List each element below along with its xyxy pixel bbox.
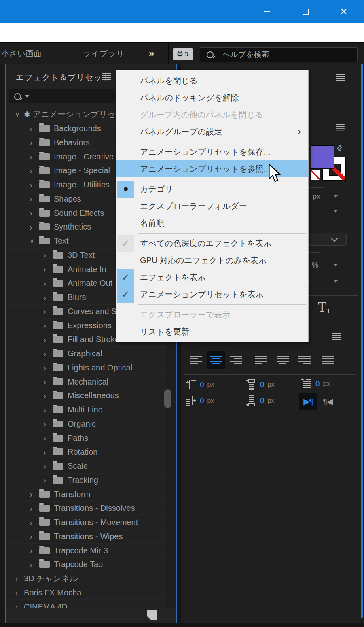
tab-small-screen[interactable]: 小さい画面 xyxy=(1,43,42,64)
context-menu-item[interactable]: アニメーションプリセットを保存... › xyxy=(116,143,308,160)
context-menu-item[interactable]: › xyxy=(116,140,308,143)
indent-right-value[interactable]: 0 xyxy=(200,396,204,405)
context-menu-item[interactable]: GPU 対応のエフェクトのみを表示 › xyxy=(116,252,308,269)
tree-row[interactable]: ✱ Multi-Line xyxy=(6,403,176,417)
tree-chevron-icon[interactable] xyxy=(43,475,52,485)
tree-chevron-icon[interactable] xyxy=(43,293,52,302)
context-menu-item[interactable]: アニメーションプリセットを表示 › xyxy=(116,286,308,303)
tree-chevron-icon[interactable] xyxy=(43,306,52,316)
context-menu-item[interactable]: パネルのドッキングを解除 › xyxy=(116,89,308,106)
subscript-button[interactable]: T1 xyxy=(318,300,330,315)
fill-color-swatch[interactable] xyxy=(311,145,334,169)
tree-chevron-icon[interactable] xyxy=(30,531,38,541)
tree-row[interactable]: ✱ Transitions - Movement xyxy=(6,516,176,530)
tree-row[interactable]: ✱ Lights and Optical xyxy=(6,361,176,375)
tree-chevron-icon[interactable] xyxy=(15,602,24,608)
tree-chevron-icon[interactable] xyxy=(30,138,38,147)
text-direction-rtl-button[interactable]: ¶◀ xyxy=(319,393,336,410)
tree-chevron-icon[interactable] xyxy=(43,419,52,429)
space-after-value[interactable]: 0 xyxy=(260,396,265,405)
align-right-button[interactable] xyxy=(226,351,245,369)
indent-left-value[interactable]: 0 xyxy=(200,380,204,389)
indent-left-field[interactable]: 0 px xyxy=(185,379,214,390)
workspace-sync-settings-button[interactable]: ⚙ ⇅ xyxy=(173,48,193,60)
text-direction-ltr-button[interactable]: ▶¶ xyxy=(299,393,317,410)
tree-row[interactable]: ✱ 3D チャンネル xyxy=(6,572,176,586)
tree-row[interactable]: ✱ Organic xyxy=(6,417,176,431)
tree-chevron-icon[interactable] xyxy=(43,391,52,401)
align-left-button[interactable] xyxy=(187,351,205,369)
tree-chevron-icon[interactable] xyxy=(30,489,38,499)
tree-scrollbar-thumb[interactable] xyxy=(164,389,171,408)
tree-row[interactable]: ✱ Miscellaneous xyxy=(6,389,176,403)
tree-row[interactable]: ✱ Transitions - Dissolves xyxy=(6,502,176,516)
tree-chevron-icon[interactable] xyxy=(30,504,38,513)
context-menu-item[interactable]: パネルグループの設定 › xyxy=(116,123,308,140)
space-after-field[interactable]: 0 px xyxy=(245,395,274,406)
tree-chevron-icon[interactable] xyxy=(30,180,38,190)
tree-chevron-icon[interactable] xyxy=(30,166,38,176)
tree-chevron-icon[interactable] xyxy=(30,518,38,527)
tab-overflow-button[interactable]: » xyxy=(149,43,154,64)
tree-row[interactable]: ✱ Mechanical xyxy=(6,375,176,389)
tree-chevron-icon[interactable] xyxy=(43,321,52,330)
tree-row[interactable]: ✱ Transitions - Wipes xyxy=(6,530,176,544)
tree-chevron-icon[interactable] xyxy=(30,208,38,218)
tree-chevron-icon[interactable] xyxy=(30,560,38,570)
tracking-dropdown-icon[interactable] xyxy=(333,264,338,266)
tree-chevron-icon[interactable] xyxy=(30,152,38,162)
justify-last-right-button[interactable] xyxy=(295,351,314,369)
tree-row[interactable]: ✱ Paths xyxy=(6,431,176,445)
context-menu-item[interactable]: すべての色深度のエフェクトを表示 › xyxy=(116,235,308,252)
context-menu-item[interactable]: リストを更新 › xyxy=(116,323,308,340)
tree-row[interactable]: ✱ Graphical xyxy=(6,347,176,361)
new-preset-icon[interactable] xyxy=(147,610,157,620)
tree-chevron-icon[interactable] xyxy=(15,111,24,118)
context-menu-item[interactable]: エフェクトを表示 › xyxy=(116,269,308,286)
leading-dropdown-icon[interactable] xyxy=(333,210,338,213)
tree-chevron-icon[interactable] xyxy=(30,194,38,204)
tree-chevron-icon[interactable] xyxy=(43,377,52,387)
context-menu-item[interactable]: 名前順 › xyxy=(116,215,308,232)
tab-library[interactable]: ライブラリ xyxy=(83,43,124,64)
tree-row[interactable]: ✱ Trapcode Mir 3 xyxy=(6,544,176,558)
tree-row[interactable]: ✱ Trapcode Tao xyxy=(6,558,176,572)
tree-chevron-icon[interactable] xyxy=(43,349,52,359)
minimize-button[interactable] xyxy=(255,0,279,23)
tree-chevron-icon[interactable] xyxy=(30,124,38,134)
default-fill-stroke-swatch[interactable] xyxy=(311,170,320,180)
justify-last-left-button[interactable] xyxy=(252,351,270,369)
context-menu-item[interactable]: › xyxy=(116,232,308,235)
align-center-button[interactable] xyxy=(207,351,225,369)
tree-row[interactable]: ✱ Rotation xyxy=(6,445,176,459)
indent-right-field[interactable]: 0 px xyxy=(185,395,214,406)
tree-chevron-icon[interactable] xyxy=(15,588,24,597)
tree-chevron-icon[interactable] xyxy=(43,405,52,415)
tree-chevron-icon[interactable] xyxy=(30,237,38,245)
tree-chevron-icon[interactable] xyxy=(43,264,52,274)
context-menu-item[interactable]: エクスプローラーで表示 › xyxy=(116,306,308,323)
tree-chevron-icon[interactable] xyxy=(43,433,52,443)
space-before-value[interactable]: 0 xyxy=(260,380,265,389)
tree-chevron-icon[interactable] xyxy=(30,222,38,232)
first-line-indent-value[interactable]: 0 xyxy=(315,379,320,388)
help-search-box[interactable]: ヘルプを検索 xyxy=(200,47,358,62)
tree-chevron-icon[interactable] xyxy=(43,335,52,344)
context-menu-item[interactable]: エクスプローラーフォルダー › xyxy=(116,198,308,215)
swap-fill-stroke-icon[interactable]: ⇄ xyxy=(334,142,345,153)
justify-all-button[interactable] xyxy=(318,351,337,369)
tree-chevron-icon[interactable] xyxy=(43,278,52,288)
tree-chevron-icon[interactable] xyxy=(15,574,24,584)
first-line-indent-field[interactable]: 0 px xyxy=(300,378,330,389)
tree-row[interactable]: ✱ CINEMA 4D xyxy=(6,600,176,608)
tree-chevron-icon[interactable] xyxy=(43,447,52,457)
context-menu-item[interactable]: パネルを閉じる › xyxy=(116,72,308,89)
context-menu-item[interactable]: › xyxy=(116,303,308,306)
font-size-dropdown-icon[interactable] xyxy=(333,195,338,198)
close-button[interactable]: ✕ xyxy=(332,0,356,23)
context-menu-item[interactable]: グループ内の他のパネルを閉じる › xyxy=(116,106,308,123)
tree-row[interactable]: ✱ Transform xyxy=(6,487,176,502)
tree-row[interactable]: ✱ Tracking xyxy=(6,474,176,488)
tree-chevron-icon[interactable] xyxy=(30,546,38,555)
tree-chevron-icon[interactable] xyxy=(43,363,52,372)
